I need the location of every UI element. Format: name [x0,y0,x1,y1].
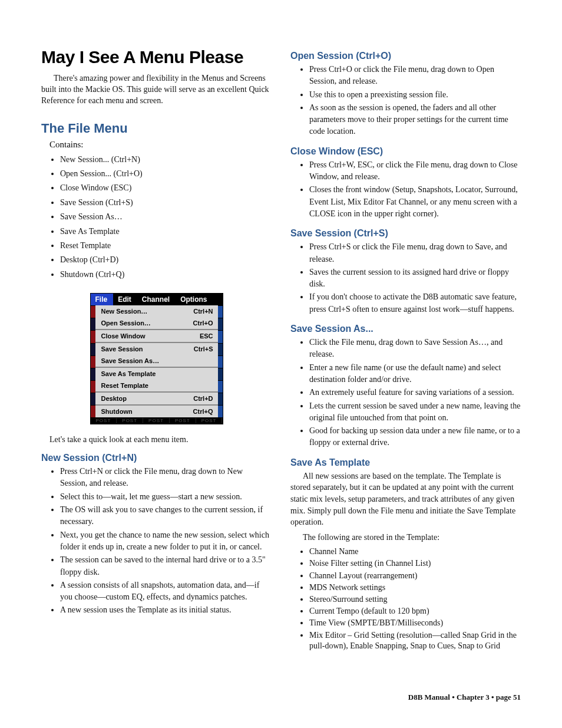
list-item: Stereo/Surround setting [309,594,521,605]
menubar-options[interactable]: Options [176,294,213,305]
list-item: Channel Name [309,546,521,557]
list-item: Use this to open a preexisting session f… [309,89,521,101]
list-item: Mix Editor – Grid Setting (resolution—ca… [309,630,521,651]
list-item: Good for backing up session data under a… [309,425,521,449]
post-label: POST [170,418,196,423]
post-row: POST POST POST POST POST [91,417,223,424]
menu-item-save-session-as[interactable]: Save Session As… [95,355,218,367]
menu-item-new-session[interactable]: New Session…Ctrl+N [95,305,218,317]
list-item: Save Session (Ctrl+S) [60,196,272,209]
left-decor-strip [91,305,95,417]
close-window-heading: Close Window (ESC) [290,146,521,157]
list-item: Select this to—wait, let me guess—start … [60,491,272,503]
contains-list: New Session... (Ctrl+N) Open Session... … [41,153,272,282]
list-item: A new session uses the Template as its i… [60,604,272,616]
list-item: Closes the front window (Setup, Snapshot… [309,184,521,220]
post-label: POST [91,418,117,423]
save-as-template-para2: The following are stored in the Template… [290,532,521,543]
lead-paragraph: Let's take a quick look at each menu ite… [49,435,272,444]
save-as-template-para1: All new sessions are based on the templa… [290,470,521,528]
menu-item-reset-template[interactable]: Reset Template [95,380,218,391]
list-item: If you don't choose to activate the D8B … [309,291,521,315]
menubar-edit[interactable]: Edit [113,294,137,305]
list-item: New Session... (Ctrl+N) [60,153,272,166]
post-label: POST [143,418,170,423]
page-title: May I See A Menu Please [41,47,272,67]
save-session-list: Press Ctrl+S or click the File menu, dra… [290,241,521,315]
list-item: Channel Layout (rearrangement) [309,571,521,581]
list-item: The session can be saved to the internal… [60,554,272,578]
right-column: Open Session (Ctrl+O) Press Ctrl+O or cl… [290,47,521,658]
open-session-list: Press Ctrl+O or click the File menu, dra… [290,64,521,138]
list-item: Press Ctrl+S or click the File menu, dra… [309,241,521,265]
list-item: Save Session As… [60,210,272,223]
menu-item-save-as-template[interactable]: Save As Template [95,368,218,380]
left-column: May I See A Menu Please There's amazing … [41,47,272,658]
list-item: Current Tempo (default to 120 bpm) [309,606,521,617]
save-as-template-heading: Save As Template [290,457,521,468]
list-item: Save As Template [60,225,272,238]
open-session-heading: Open Session (Ctrl+O) [290,51,521,61]
save-as-template-list: Channel Name Noise Filter setting (in Ch… [290,546,521,651]
right-decor-strip [218,305,223,417]
list-item: Next, you get the chance to name the new… [60,529,272,554]
list-item: Close Window (ESC) [60,182,272,195]
list-item: Press Ctrl+N or click the File menu, dra… [60,466,272,490]
list-item: Shutdown (Ctrl+Q) [60,268,272,281]
list-item: Open Session... (Ctrl+O) [60,167,272,180]
list-item: As soon as the session is opened, the fa… [309,102,521,138]
two-column-layout: May I See A Menu Please There's amazing … [41,47,521,658]
dropdown-menu: New Session…Ctrl+N Open Session…Ctrl+O C… [95,305,218,417]
menu-item-save-session[interactable]: Save SessionCtrl+S [95,343,218,355]
menu-item-close-window[interactable]: Close WindowESC [95,330,218,342]
list-item: A session consists of all snapshots, aut… [60,579,272,604]
list-item: Press Ctrl+O or click the File menu, dra… [309,64,521,88]
list-item: The OS will ask you to save changes to t… [60,504,272,528]
list-item: Desktop (Ctrl+D) [60,253,272,266]
list-item: Time View (SMPTE/BBT/Milliseconds) [309,618,521,628]
list-item: An extremely useful feature for saving v… [309,387,521,398]
menu-item-open-session[interactable]: Open Session…Ctrl+O [95,317,218,329]
document-page: May I See A Menu Please There's amazing … [0,0,562,728]
menu-body-wrap: New Session…Ctrl+N Open Session…Ctrl+O C… [91,305,223,417]
list-item: MDS Network settings [309,582,521,593]
save-session-as-heading: Save Session As... [290,324,521,334]
new-session-heading: New Session (Ctrl+N) [41,453,272,463]
list-item: Click the File menu, drag down to Save S… [309,337,521,361]
post-label: POST [196,418,223,423]
list-item: Lets the current session be saved under … [309,400,521,424]
list-item: Reset Template [60,239,272,252]
new-session-list: Press Ctrl+N or click the File menu, dra… [41,466,272,617]
list-item: Saves the current session to its assigne… [309,266,521,291]
list-item: Enter a new file name (or use the defaul… [309,362,521,386]
file-menu-heading: The File Menu [41,121,272,136]
list-item: Noise Filter setting (in Channel List) [309,558,521,569]
menubar-channel[interactable]: Channel [137,294,176,305]
page-footer: D8B Manual • Chapter 3 • page 51 [408,693,521,702]
post-label: POST [117,418,143,423]
menubar-file[interactable]: File [91,294,114,305]
menu-item-desktop[interactable]: DesktopCtrl+D [95,393,218,404]
list-item: Press Ctrl+W, ESC, or click the File men… [309,159,521,183]
save-session-as-list: Click the File menu, drag down to Save S… [290,337,521,449]
save-session-heading: Save Session (Ctrl+S) [290,228,521,239]
close-window-list: Press Ctrl+W, ESC, or click the File men… [290,159,521,220]
intro-paragraph: There's amazing power and flexibility in… [41,73,272,107]
menu-item-shutdown[interactable]: ShutdownCtrl+Q [95,406,218,417]
contains-label: Contains: [49,140,272,150]
menubar: File Edit Channel Options [91,294,223,305]
file-menu-screenshot: File Edit Channel Options New Session…Ct… [90,293,223,424]
